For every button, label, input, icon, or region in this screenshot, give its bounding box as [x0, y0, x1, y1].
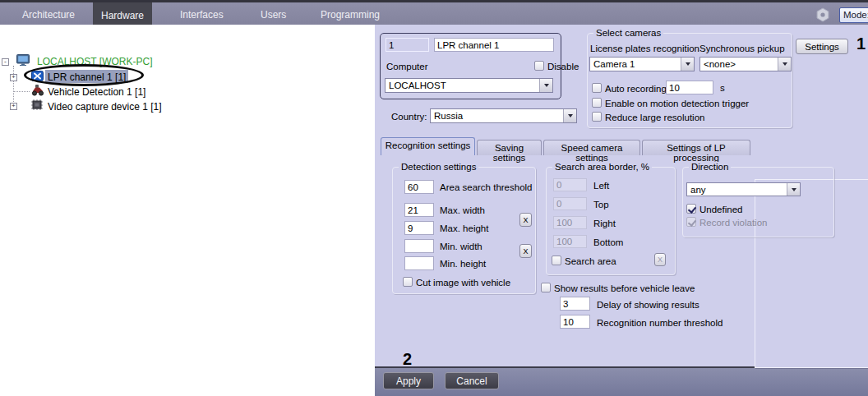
menu-item-programming[interactable]: Programming — [321, 9, 380, 21]
recognition-threshold-field[interactable] — [560, 315, 590, 329]
border-right-field[interactable] — [553, 216, 587, 229]
min-width-field[interactable] — [404, 239, 434, 253]
border-right-label: Right — [593, 219, 616, 228]
min-size-clear-button[interactable]: X — [519, 244, 532, 258]
record-violation-label: Record violation — [699, 218, 767, 228]
sync-pickup-label: Synchronous pickup — [699, 44, 785, 53]
show-results-label: Show results before vehicle leave — [554, 283, 695, 293]
min-height-label: Min. height — [440, 259, 486, 269]
auto-recording-label: Auto recording — [605, 84, 667, 94]
application-window: Architecture Hardware Interfaces Users P… — [0, 0, 868, 396]
computer-combobox[interactable]: LOCALHOST — [385, 78, 553, 93]
show-results-checkbox[interactable] — [541, 283, 551, 292]
country-combobox[interactable]: Russia — [430, 108, 577, 123]
lpr-camera-combobox-value: Camera 1 — [590, 59, 681, 69]
annotation-2: 2 — [403, 350, 412, 369]
gear-icon[interactable] — [815, 7, 830, 22]
max-width-field[interactable] — [404, 203, 434, 217]
menu-bar: Architecture Hardware Interfaces Users P… — [0, 0, 868, 25]
computer-combobox-value: LOCALHOST — [386, 81, 539, 90]
recognition-threshold-label: Recognition number threshold — [597, 318, 723, 328]
undefined-label: Undefined — [699, 205, 742, 214]
max-width-label: Max. width — [440, 205, 485, 215]
direction-title: Direction — [689, 162, 731, 172]
chevron-down-icon[interactable] — [539, 79, 552, 92]
select-cameras-title: Select cameras — [593, 28, 663, 38]
seconds-unit-label: s — [720, 83, 725, 93]
max-height-field[interactable] — [404, 221, 434, 235]
annotation-1: 1 — [856, 35, 866, 53]
detection-settings-title: Detection settings — [399, 162, 478, 172]
border-top-label: Top — [593, 200, 609, 210]
tab-saving-settings[interactable]: Saving settings — [477, 140, 542, 155]
chevron-down-icon[interactable] — [681, 58, 694, 71]
border-top-field[interactable] — [553, 197, 587, 210]
delay-results-field[interactable] — [560, 297, 590, 311]
border-bottom-field[interactable] — [553, 235, 587, 248]
vehicle-detection-icon — [31, 84, 44, 96]
min-width-label: Min. width — [440, 242, 482, 251]
record-violation-checkbox[interactable] — [686, 217, 696, 227]
max-size-clear-button[interactable]: X — [519, 213, 532, 227]
border-left-label: Left — [593, 181, 609, 191]
settings-button[interactable]: Settings — [796, 39, 848, 54]
tree-connector-line — [13, 66, 14, 105]
border-left-field[interactable] — [553, 178, 587, 191]
cut-image-label: Cut image with vehicle — [416, 278, 510, 288]
sync-pickup-combobox-value: <none> — [700, 59, 778, 69]
collapse-icon[interactable]: - — [2, 58, 9, 66]
auto-recording-seconds-field[interactable] — [666, 81, 713, 94]
max-height-label: Max. height — [440, 223, 488, 233]
annotation-ellipse — [24, 64, 144, 86]
area-search-threshold-label: Area search threshold — [440, 182, 533, 192]
motion-trigger-checkbox[interactable] — [592, 98, 602, 108]
menu-item-architecture[interactable]: Architecture — [22, 9, 75, 21]
border-bottom-label: Bottom — [593, 237, 623, 247]
direction-combobox-value: any — [687, 185, 787, 195]
search-area-border-title: Search area border, % — [552, 162, 652, 172]
tree-node-vehicle-detection[interactable]: Vehicle Detection 1 [1] — [48, 86, 145, 98]
min-height-field[interactable] — [404, 256, 434, 270]
expand-icon[interactable]: + — [10, 74, 17, 81]
cut-image-checkbox[interactable] — [403, 277, 413, 287]
lpr-camera-combobox[interactable]: Camera 1 — [589, 57, 695, 71]
computer-icon — [16, 54, 30, 66]
chevron-down-icon[interactable] — [563, 109, 576, 122]
area-search-threshold-field[interactable] — [404, 180, 434, 194]
cancel-button[interactable]: Cancel — [445, 372, 499, 389]
sync-pickup-combobox[interactable]: <none> — [699, 57, 792, 71]
video-capture-device-icon — [31, 99, 43, 110]
lpr-camera-label: License plates recognition — [590, 44, 699, 53]
expand-icon[interactable]: + — [10, 103, 17, 110]
menu-item-users[interactable]: Users — [261, 9, 286, 21]
tree-connector-line — [14, 91, 30, 92]
computer-label: Computer — [386, 62, 428, 71]
auto-recording-checkbox[interactable] — [592, 83, 602, 93]
search-area-checkbox[interactable] — [552, 256, 561, 265]
apply-button[interactable]: Apply — [383, 372, 434, 389]
reduce-resolution-checkbox[interactable] — [592, 112, 602, 122]
search-area-label: Search area — [565, 256, 616, 266]
direction-combobox[interactable]: any — [686, 182, 801, 196]
tab-speed-camera-settings[interactable]: Speed camera settings — [543, 140, 640, 155]
disable-label: Disable — [547, 62, 579, 71]
lpr-settings-panel: Computer Disable LOCALHOST Country: Russ… — [375, 25, 868, 396]
chevron-down-icon[interactable] — [778, 58, 791, 71]
country-label: Country: — [391, 112, 427, 122]
delay-results-label: Delay of showing results — [597, 300, 699, 310]
disable-checkbox[interactable] — [534, 61, 544, 71]
tree-node-video-capture[interactable]: Video capture device 1 [1] — [48, 101, 162, 113]
mode-selector[interactable]: Mode: — [839, 7, 868, 23]
chevron-down-icon[interactable] — [787, 183, 800, 196]
hardware-tree-panel: - LOCALHOST [WORK-PC] + LPR channel 1 [1… — [0, 25, 375, 396]
menu-item-interfaces[interactable]: Interfaces — [180, 9, 224, 21]
tab-lp-processing-settings[interactable]: Settings of LP processing — [642, 140, 750, 155]
search-area-clear-button[interactable]: X — [654, 253, 666, 266]
object-name-field[interactable] — [434, 38, 554, 52]
undefined-checkbox[interactable] — [686, 204, 696, 214]
country-combobox-value: Russia — [431, 111, 563, 121]
object-id-field[interactable] — [386, 38, 429, 52]
motion-trigger-label: Enable on motion detection trigger — [605, 99, 749, 108]
reduce-resolution-label: Reduce large resolution — [605, 113, 704, 122]
tab-recognition-settings[interactable]: Recognition settings — [381, 137, 475, 155]
